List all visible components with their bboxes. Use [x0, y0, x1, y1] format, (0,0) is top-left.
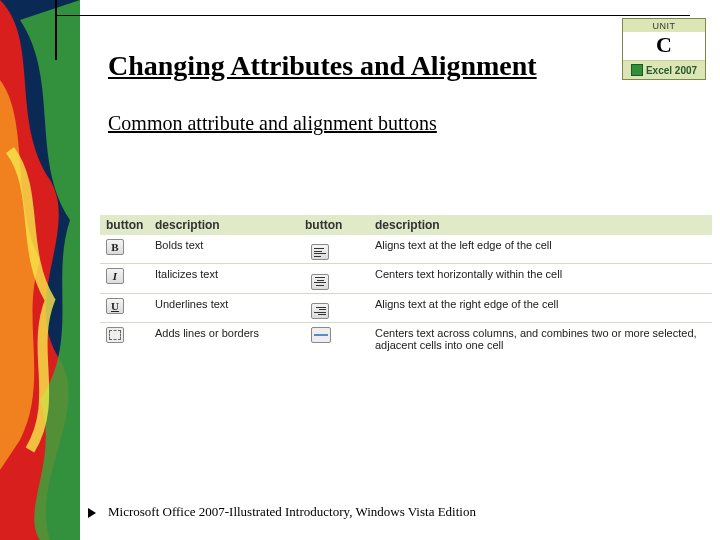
align-center-icon — [311, 274, 329, 290]
cell-desc: Centers text across columns, and combine… — [375, 327, 712, 351]
table-row: Adds lines or borders Centers text acros… — [100, 323, 712, 354]
cell-desc: Aligns text at the right edge of the cel… — [375, 298, 712, 310]
bold-icon: B — [106, 239, 124, 255]
table-row: U Underlines text Aligns text at the rig… — [100, 294, 712, 323]
table-row: B Bolds text Aligns text at the left edg… — [100, 235, 712, 264]
decorative-art — [0, 0, 80, 540]
header-description-1: description — [155, 218, 305, 232]
cell-desc: Adds lines or borders — [155, 327, 305, 339]
header-button-2: button — [305, 218, 375, 232]
attribute-table: button description button description B … — [100, 215, 712, 354]
cell-desc: Centers text horizontally within the cel… — [375, 268, 712, 280]
align-left-icon — [311, 244, 329, 260]
page-title: Changing Attributes and Alignment — [108, 50, 698, 82]
underline-icon: U — [106, 298, 124, 314]
italic-icon: I — [106, 268, 124, 284]
table-header: button description button description — [100, 215, 712, 235]
cell-desc: Aligns text at the left edge of the cell — [375, 239, 712, 251]
footer-arrow-icon — [88, 508, 96, 518]
cell-desc: Bolds text — [155, 239, 305, 251]
header-button-1: button — [100, 218, 155, 232]
rule-vertical — [55, 0, 57, 60]
merge-center-icon — [311, 327, 331, 343]
footer-text: Microsoft Office 2007-Illustrated Introd… — [108, 504, 476, 520]
align-right-icon — [311, 303, 329, 319]
page-subtitle: Common attribute and alignment buttons — [108, 112, 698, 135]
cell-desc: Underlines text — [155, 298, 305, 310]
cell-desc: Italicizes text — [155, 268, 305, 280]
unit-label: UNIT — [623, 19, 705, 32]
rule-horizontal — [55, 15, 690, 16]
table-row: I Italicizes text Centers text horizonta… — [100, 264, 712, 293]
header-description-2: description — [375, 218, 712, 232]
borders-icon — [106, 327, 124, 343]
